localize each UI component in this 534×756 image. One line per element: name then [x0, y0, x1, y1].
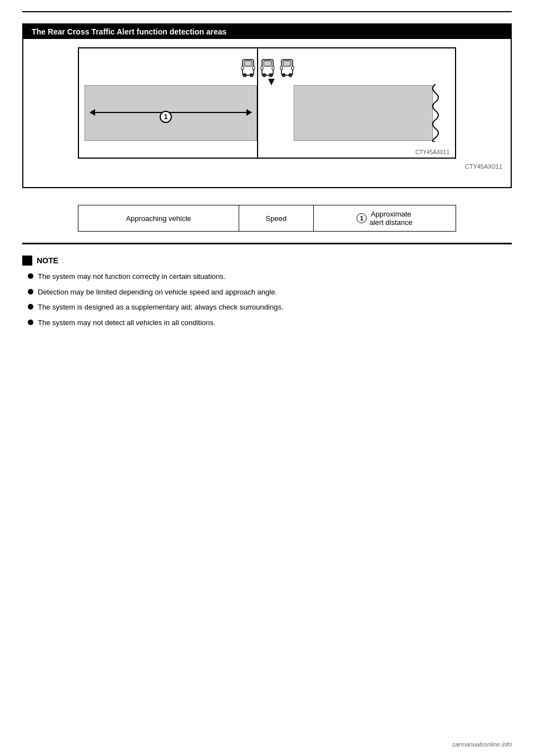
svg-rect-3 — [253, 66, 255, 70]
footer-site: carmanualsonline.info — [452, 741, 512, 748]
page-container: The Rear Cross Traffic Alert function de… — [0, 0, 534, 756]
note-item-2: Detection may be limited depending on ve… — [22, 287, 512, 298]
svg-rect-15 — [291, 66, 294, 70]
section-content: 1 — [23, 39, 511, 187]
svg-rect-13 — [283, 61, 291, 66]
diagram-ref-label: CTY45AX011 — [465, 163, 502, 170]
svg-rect-7 — [264, 61, 271, 66]
svg-rect-9 — [272, 66, 274, 70]
table-header-col1: Approaching vehicle — [78, 205, 239, 232]
vertical-divider — [257, 48, 258, 158]
ego-vehicle-direction-arrow: ▼ — [266, 75, 277, 88]
svg-point-5 — [250, 73, 253, 77]
note-text-1: The system may not function correctly in… — [38, 271, 225, 282]
notes-section: NOTE The system may not function correct… — [22, 253, 512, 335]
svg-rect-8 — [261, 66, 263, 70]
wavy-edge-svg — [430, 84, 441, 142]
svg-rect-2 — [241, 66, 244, 70]
notes-section-rule — [22, 243, 512, 244]
note-square-icon — [22, 256, 32, 266]
bullet-2 — [28, 289, 33, 294]
bullet-1 — [28, 273, 33, 279]
section-title: The Rear Cross Traffic Alert function de… — [23, 24, 511, 39]
road-right — [294, 85, 433, 141]
detection-table: Approaching vehicle Speed 1 Approximatea… — [78, 205, 456, 232]
image-caption: CTY45AX011 — [413, 148, 452, 156]
note-title: NOTE — [37, 256, 58, 265]
note-item-3: The system is designed as a supplementar… — [22, 302, 512, 313]
parked-car-left — [240, 54, 256, 77]
svg-rect-14 — [280, 66, 283, 70]
footer-logo: carmanualsonline.info — [452, 741, 512, 748]
bullet-3 — [28, 304, 33, 310]
diagram-container: 1 — [78, 47, 456, 159]
table-circle-1: 1 — [357, 213, 367, 223]
section-box: The Rear Cross Traffic Alert function de… — [22, 23, 512, 188]
note-header: NOTE — [22, 256, 512, 266]
top-rule — [22, 11, 512, 12]
circle-number-1: 1 — [160, 111, 172, 123]
svg-point-17 — [289, 73, 292, 77]
svg-point-4 — [243, 73, 246, 77]
svg-point-16 — [282, 73, 285, 77]
bullet-4 — [28, 320, 33, 325]
table-header-col2: Speed — [239, 205, 313, 232]
ego-car — [260, 54, 275, 77]
parked-car-right — [279, 54, 295, 77]
note-text-2: Detection may be limited depending on ve… — [38, 287, 277, 298]
table-header-col3-text: Approximatealert distance — [369, 210, 412, 227]
note-text-4: The system may not detect all vehicles i… — [38, 317, 215, 328]
note-item-1: The system may not function correctly in… — [22, 271, 512, 282]
note-item-4: The system may not detect all vehicles i… — [22, 317, 512, 328]
svg-rect-1 — [244, 61, 252, 66]
note-text-3: The system is designed as a supplementar… — [38, 302, 284, 313]
table-header-col3: 1 Approximatealert distance — [313, 205, 456, 232]
